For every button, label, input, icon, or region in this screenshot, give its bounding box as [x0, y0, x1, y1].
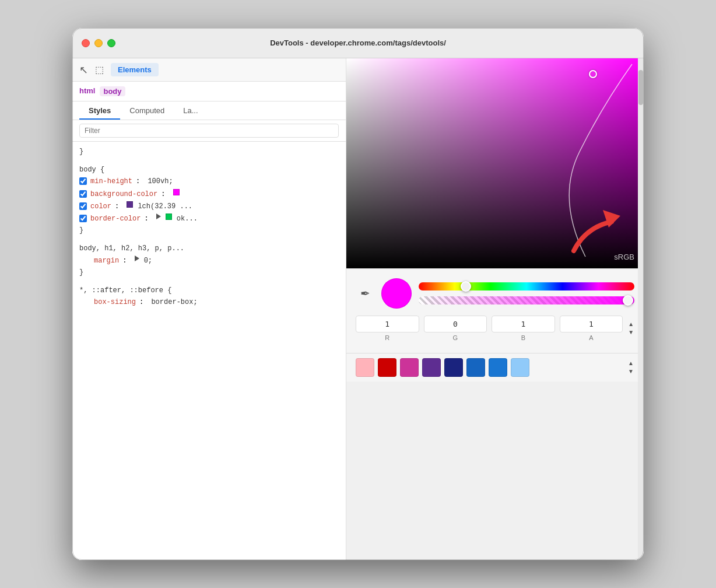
swatch-0[interactable]: [356, 358, 374, 377]
minimize-button[interactable]: [94, 39, 103, 47]
checkbox-min-height[interactable]: [79, 177, 87, 185]
css-line-background-color: background-color:: [79, 188, 339, 201]
checkbox-background-color[interactable]: [79, 190, 87, 198]
css-rule-universal: *, ::after, ::before { box-sizing: borde…: [79, 285, 339, 309]
swatches-spinner-up[interactable]: ▲: [627, 360, 634, 367]
selector-body-headings: body, h1, h2, h3, p, p...: [79, 244, 184, 253]
titlebar: DevTools - developer.chrome.com/tags/dev…: [72, 28, 644, 58]
triangle-icon-margin: [135, 256, 139, 261]
color-gradient[interactable]: sRGB: [346, 58, 644, 268]
swatch-6[interactable]: [489, 358, 507, 377]
maximize-button[interactable]: [107, 39, 115, 47]
devtools-tab-bar: Elements: [111, 63, 159, 76]
swatch-3[interactable]: [422, 358, 441, 377]
breadcrumb: html body: [72, 82, 346, 102]
tab-styles[interactable]: Styles: [79, 102, 120, 120]
eyedropper-icon: ✒: [360, 286, 370, 300]
rgba-field-r: R: [356, 316, 419, 341]
breadcrumb-html[interactable]: html: [79, 86, 95, 96]
css-line-min-height: min-height: 100vh;: [79, 176, 339, 188]
left-panel: ↖ ⬚ Elements html body Styles Computed L…: [72, 58, 346, 560]
rgba-label-g: G: [424, 334, 487, 341]
swatch-7[interactable]: [511, 358, 529, 377]
rgba-input-b[interactable]: [492, 316, 555, 332]
color-gradient-inner[interactable]: [346, 58, 644, 268]
rgba-field-a: A: [560, 316, 623, 341]
sliders-col: [419, 282, 634, 304]
rgba-spinner-up[interactable]: ▲: [627, 321, 634, 328]
css-line-box-sizing: box-sizing: border-box;: [79, 296, 339, 309]
window-title: DevTools - developer.chrome.com/tags/dev…: [270, 38, 446, 47]
rgba-spinner: ▲ ▼: [627, 321, 634, 336]
gradient-cursor[interactable]: [589, 70, 597, 78]
css-line-border-color: border-color: ok...: [79, 213, 339, 225]
rgba-label-a: A: [560, 334, 623, 341]
selector-body: body {: [79, 166, 104, 174]
css-rule-body: body { min-height: 100vh; background-col…: [79, 164, 339, 236]
sub-tabs: Styles Computed La...: [72, 102, 346, 120]
swatch-5[interactable]: [466, 358, 485, 377]
right-scrollbar[interactable]: [638, 58, 644, 560]
swatch-background-color[interactable]: [173, 189, 180, 195]
rgba-input-g[interactable]: [424, 316, 487, 332]
filter-bar: [72, 120, 346, 142]
css-line-color: color: lch(32.39 ...: [79, 201, 339, 213]
color-preview-row: ✒: [356, 278, 634, 309]
rgba-label-b: B: [492, 334, 555, 341]
tab-computed[interactable]: Computed: [120, 102, 174, 120]
color-preview-circle: [381, 278, 412, 309]
swatches-spinner-down[interactable]: ▼: [627, 368, 634, 375]
rgba-field-g: G: [424, 316, 487, 341]
alpha-slider[interactable]: [419, 296, 634, 304]
css-rule-body-headings: body, h1, h2, h3, p, p... margin: 0; }: [79, 243, 339, 278]
cursor-icon[interactable]: ↖: [79, 64, 88, 76]
rgba-label-r: R: [356, 334, 419, 341]
css-line-margin: margin: 0;: [79, 255, 339, 267]
devtools-toolbar: ↖ ⬚ Elements: [72, 58, 346, 82]
checkbox-color[interactable]: [79, 202, 87, 210]
swatch-1[interactable]: [378, 358, 396, 377]
rgba-spinner-down[interactable]: ▼: [627, 329, 634, 336]
browser-window: DevTools - developer.chrome.com/tags/dev…: [72, 28, 644, 560]
hue-slider[interactable]: [419, 282, 634, 290]
color-controls: ✒ R: [346, 268, 644, 353]
rgba-input-a[interactable]: [560, 316, 623, 332]
rgba-inputs: R G B A ▲ ▼: [356, 316, 634, 341]
swatch-4[interactable]: [444, 358, 463, 377]
devtools-container: ↖ ⬚ Elements html body Styles Computed L…: [72, 58, 644, 560]
close-button[interactable]: [82, 39, 90, 47]
swatch-color[interactable]: [127, 201, 133, 208]
srgb-label: sRGB: [614, 253, 634, 261]
eyedropper-button[interactable]: ✒: [356, 284, 374, 303]
tab-layout[interactable]: La...: [174, 102, 207, 120]
triangle-icon-border: [156, 214, 161, 219]
selector-universal: *, ::after, ::before {: [79, 286, 171, 295]
swatches-row: ▲ ▼: [346, 353, 644, 382]
filter-input[interactable]: [79, 124, 339, 138]
swatch-2[interactable]: [400, 358, 419, 377]
alpha-thumb[interactable]: [623, 295, 633, 306]
inspect-icon[interactable]: ⬚: [95, 64, 104, 75]
hue-thumb[interactable]: [461, 281, 471, 292]
rgba-input-r[interactable]: [356, 316, 419, 332]
scrollbar-thumb[interactable]: [638, 70, 643, 105]
css-content: } body { min-height: 100vh; background-c…: [72, 142, 346, 560]
swatches-spinner: ▲ ▼: [627, 360, 634, 375]
css-rule-close-brace: }: [79, 146, 339, 158]
swatch-border-color[interactable]: [166, 214, 172, 220]
breadcrumb-body[interactable]: body: [100, 86, 125, 96]
checkbox-border-color[interactable]: [79, 215, 87, 222]
traffic-lights: [82, 39, 115, 47]
rgba-field-b: B: [492, 316, 555, 341]
right-panel: sRGB ✒: [346, 58, 644, 560]
tab-elements[interactable]: Elements: [111, 63, 159, 76]
